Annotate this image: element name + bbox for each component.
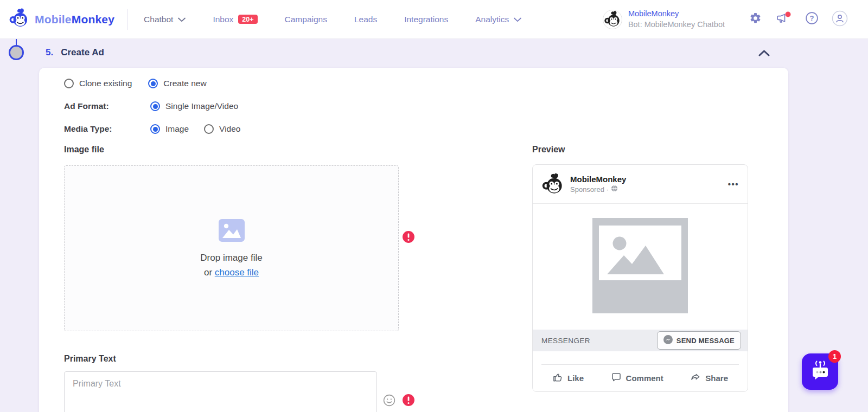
create-new-label: Create new [163,79,206,88]
single-image-video-label: Single Image/Video [165,101,238,111]
megaphone-icon [775,11,792,28]
step-number: 5. [46,47,53,58]
emoji-picker-icon[interactable] [382,394,396,409]
help-button[interactable]: ? [797,11,826,27]
media-video-radio[interactable] [204,124,214,134]
bot-name-label: Bot: MobileMonkey Chatbot [628,20,725,30]
nav-item-leads[interactable]: Leads [341,15,391,24]
messenger-label: MESSENGER [541,337,590,345]
chevron-up-icon [758,49,770,58]
step-title: Create Ad [61,47,104,58]
chat-unread-badge: 1 [828,350,841,363]
image-dropzone[interactable]: Drop image file or choose file [64,165,399,331]
choose-file-link[interactable]: choose file [215,267,259,278]
create-ad-card: Clone existing Create new Ad Format: Sin… [39,68,788,412]
create-new-radio[interactable] [148,79,158,88]
image-file-label: Image file [64,145,104,154]
single-image-video-radio[interactable] [150,101,160,111]
profile-button[interactable] [826,10,854,29]
media-type-label: Media Type: [64,124,150,134]
nav-item-campaigns[interactable]: Campaigns [271,15,341,24]
preview-page-name: MobileMonkey [570,173,626,185]
drop-image-text: Drop image file [200,253,262,263]
primary-text-wrap [64,371,377,412]
preview-header: MobileMonkey Sponsored · ••• [533,165,748,204]
share-button[interactable]: Share [690,372,728,384]
page: MobileMonkey Chatbot Inbox 20+ Campaigns… [0,0,868,412]
gear-icon [749,12,762,27]
brand-name: MobileMonkey [35,13,114,26]
svg-text:?: ? [809,14,814,22]
inbox-count-badge: 20+ [238,15,257,24]
bot-selector[interactable]: MobileMonkey Bot: MobileMonkey Chatbot [603,9,725,30]
preview-image-area [533,204,748,330]
send-message-label: SEND MESSAGE [676,337,735,345]
preview-sponsored-row: Sponsored · [570,185,626,195]
person-icon [832,10,848,29]
share-label: Share [705,374,728,383]
thumbs-up-icon [552,372,563,384]
media-type-row: Media Type: Image Video [64,124,240,134]
ad-format-row: Ad Format: Single Image/Video [64,101,238,111]
comment-label: Comment [626,374,663,383]
or-text: or [204,267,215,278]
monkey-logo-icon [9,8,29,31]
media-image-radio[interactable] [150,124,160,134]
stepper-node[interactable] [9,45,24,60]
primary-text-label: Primary Text [64,354,116,364]
send-message-button[interactable]: SEND MESSAGE [657,331,741,350]
preview-image-placeholder-icon [592,218,688,316]
preview-menu-button[interactable]: ••• [728,179,739,189]
nav-item-inbox[interactable]: Inbox 20+ [199,15,271,24]
preview-label: Preview [532,145,565,154]
like-label: Like [567,374,584,383]
comment-icon [611,372,622,384]
nav-items: Chatbot Inbox 20+ Campaigns Leads Integr… [130,15,535,24]
step-header: 5. Create Ad [46,47,104,58]
nav-divider [127,9,128,30]
messenger-icon [663,335,673,346]
account-name: MobileMonkey [628,9,725,20]
bot-avatar [603,10,622,29]
choose-file-row: or choose file [204,267,259,278]
settings-button[interactable] [741,12,769,27]
chevron-down-icon [514,15,521,24]
image-placeholder-icon [219,219,245,244]
ad-format-label: Ad Format: [64,101,150,111]
nav-right: MobileMonkey Bot: MobileMonkey Chatbot [603,9,854,30]
brand-logo[interactable]: MobileMonkey [9,8,114,31]
media-image-label: Image [165,124,189,134]
primary-text-error-icon [403,394,414,406]
main-content: 5. Create Ad Clone existing Create new A… [0,39,868,412]
nav-item-integrations[interactable]: Integrations [391,15,462,24]
preview-page-info: MobileMonkey Sponsored · [570,173,626,195]
top-navbar: MobileMonkey Chatbot Inbox 20+ Campaigns… [0,0,868,39]
collapse-section-button[interactable] [756,47,772,61]
nav-item-chatbot[interactable]: Chatbot [130,15,199,24]
preview-actions: Like Comment Share [533,364,748,391]
like-button[interactable]: Like [552,372,584,384]
preview-page-avatar [541,173,564,196]
primary-text-input[interactable] [64,371,377,412]
chevron-down-icon [178,15,186,24]
nav-item-analytics[interactable]: Analytics [462,15,535,24]
messenger-bar: MESSENGER SEND MESSAGE [533,330,748,351]
help-icon: ? [805,11,819,27]
comment-button[interactable]: Comment [611,372,663,384]
clone-existing-radio[interactable] [64,79,74,88]
image-error-icon [403,231,414,243]
chat-widget-button[interactable]: 1 [802,353,838,390]
clone-existing-label: Clone existing [79,79,132,88]
bot-info: MobileMonkey Bot: MobileMonkey Chatbot [628,9,725,30]
announcements-button[interactable] [769,11,797,28]
ad-preview-card: MobileMonkey Sponsored · ••• [532,164,748,392]
globe-icon [611,185,618,195]
chat-bubble-antenna-icon [808,359,832,385]
media-video-label: Video [219,124,240,134]
share-icon [690,372,701,384]
clone-or-create-radio-group: Clone existing Create new [64,79,207,88]
sponsored-text: Sponsored · [570,185,609,195]
